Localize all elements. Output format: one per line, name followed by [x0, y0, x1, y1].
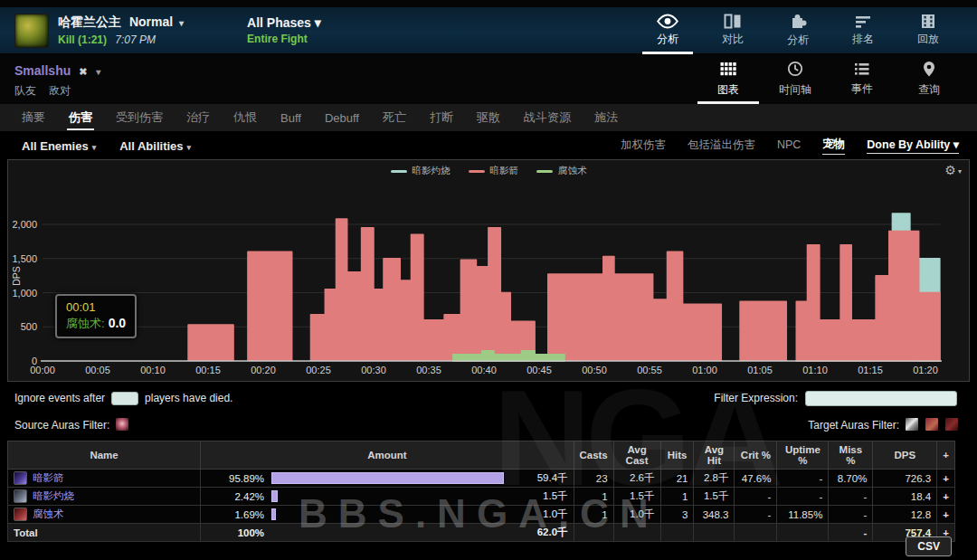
svg-text:1,500: 1,500	[12, 253, 37, 264]
col-header-name[interactable]: Name	[8, 441, 201, 470]
gear-icon: ⚙	[944, 163, 956, 177]
view-item-时间轴[interactable]: 时间轴	[762, 54, 829, 104]
view-item-事件[interactable]: 事件	[829, 54, 896, 104]
chart-settings-button[interactable]: ⚙ ▾	[944, 163, 962, 177]
spell-shadowburn-icon	[14, 489, 27, 503]
svg-text:00:25: 00:25	[306, 365, 331, 375]
svg-text:01:10: 01:10	[802, 365, 828, 375]
tab-打断[interactable]: 打断	[430, 104, 453, 131]
aura-icon-wand[interactable]	[905, 417, 919, 432]
cell-miss-pct: 8.70%	[829, 470, 873, 488]
boss-selector[interactable]: 哈霍兰公主 Normal ▾	[58, 14, 184, 31]
tab-战斗资源[interactable]: 战斗资源	[524, 104, 571, 131]
close-icon[interactable]: ✖	[79, 66, 87, 77]
phase-selector[interactable]: All Phases ▾	[247, 15, 321, 30]
top-nav-item-回放[interactable]: 回放	[896, 7, 961, 54]
col-header-hits[interactable]: Hits	[660, 441, 694, 470]
expand-row-button[interactable]: +	[937, 506, 955, 524]
spell-name-link[interactable]: 腐蚀术	[33, 508, 64, 521]
filter-toggle-NPC[interactable]: NPC	[777, 138, 801, 153]
player-link-敌对[interactable]: 敌对	[49, 83, 71, 99]
cell-uptime-pct: 11.85%	[777, 506, 829, 524]
view-item-查询[interactable]: 查询	[896, 54, 963, 104]
cell-uptime-pct	[777, 524, 829, 542]
col-header-amount[interactable]: Amount	[201, 441, 574, 470]
filter-toggle-宠物[interactable]: 宠物	[822, 137, 845, 155]
filter-expression-label: Filter Expression:	[714, 392, 798, 404]
col-header-avg-hit[interactable]: Avg Hit	[694, 441, 735, 470]
tab-驱散[interactable]: 驱散	[477, 104, 500, 131]
player-link-队友[interactable]: 队友	[14, 83, 36, 99]
amount-bar	[271, 508, 514, 520]
player-links: 队友敌对	[14, 83, 71, 99]
tab-伤害[interactable]: 伤害	[69, 104, 92, 131]
dropdown-all-abilities[interactable]: All Abilities▾	[119, 139, 191, 153]
amount-percent: 100%	[206, 527, 264, 538]
boss-portrait-icon[interactable]	[14, 14, 49, 48]
filter-toggle-Done By Ability ▾[interactable]: Done By Ability ▾	[867, 138, 959, 154]
view-nav: 图表时间轴事件查询	[695, 54, 963, 104]
legend-item-腐蚀术[interactable]: 腐蚀术	[536, 165, 587, 177]
chart-controls-row: Ignore events after players have died. F…	[0, 389, 977, 407]
filter-expression-input[interactable]	[805, 391, 957, 406]
filter-toggle-加权伤害[interactable]: 加权伤害	[621, 138, 666, 155]
legend-label: 暗影箭	[490, 165, 519, 177]
svg-text:01:00: 01:00	[692, 365, 717, 375]
tooltip-value: 0.0	[109, 316, 126, 330]
amount-bar	[271, 472, 514, 484]
ignore-deaths-input[interactable]	[111, 392, 138, 405]
tab-摘要[interactable]: 摘要	[22, 104, 45, 131]
aura-icon-pink-burst[interactable]	[115, 417, 129, 432]
cell-hits: 21	[660, 470, 694, 488]
top-nav-item-分析[interactable]: 分析	[635, 7, 700, 54]
svg-text:DPS: DPS	[11, 266, 22, 286]
svg-text:500: 500	[21, 321, 37, 332]
dropdown-all-enemies[interactable]: All Enemies▾	[22, 139, 96, 153]
report-header: 哈霍兰公主 Normal ▾ Kill (1:21) 7:07 PM All P…	[0, 7, 977, 54]
col-header-expand[interactable]: +	[937, 441, 955, 470]
tab-施法[interactable]: 施法	[594, 104, 618, 131]
amount-value: 1.0千	[523, 508, 568, 521]
expand-row-button[interactable]: +	[937, 488, 955, 506]
svg-text:00:10: 00:10	[140, 365, 166, 375]
col-header-casts[interactable]: Casts	[574, 441, 613, 470]
tab-受到伤害[interactable]: 受到伤害	[116, 104, 163, 131]
expand-row-button[interactable]: +	[937, 470, 955, 488]
cell-hits: 3	[660, 506, 694, 524]
col-header-avg-cast[interactable]: Avg Cast	[613, 441, 660, 470]
table-row: 暗影灼烧2.42%1.5千11.5千11.5千---18.4+	[8, 488, 955, 506]
tab-Debuff[interactable]: Debuff	[325, 106, 359, 130]
tab-Buff[interactable]: Buff	[280, 106, 301, 130]
player-name[interactable]: Smallshu	[14, 63, 71, 78]
top-nav-item-对比[interactable]: 对比	[700, 7, 765, 54]
cell-miss-pct: -	[829, 524, 873, 542]
spell-name-link[interactable]: 暗影灼烧	[33, 489, 74, 503]
compare-icon	[724, 14, 742, 29]
view-item-图表[interactable]: 图表	[695, 54, 762, 104]
aura-icon-red[interactable]	[925, 417, 939, 432]
col-header-miss-%[interactable]: Miss %	[829, 441, 873, 470]
col-header-uptime-%[interactable]: Uptime %	[777, 441, 829, 470]
aura-icon-darkred[interactable]	[944, 417, 959, 432]
tab-仇恨[interactable]: 仇恨	[233, 104, 257, 131]
legend-item-暗影灼烧[interactable]: 暗影灼烧	[391, 165, 451, 177]
tab-死亡[interactable]: 死亡	[383, 104, 406, 131]
view-item-label: 查询	[918, 82, 940, 98]
cell-avg-cast: 1.5千	[613, 488, 660, 506]
legend-item-暗影箭[interactable]: 暗影箭	[469, 165, 519, 177]
phase-label: All Phases	[247, 15, 311, 30]
tab-治疗[interactable]: 治疗	[186, 104, 210, 131]
top-nav-item-分析[interactable]: 分析	[765, 7, 830, 54]
csv-export-button[interactable]: CSV	[906, 536, 952, 556]
cell-dps: 12.8	[873, 506, 937, 524]
dps-chart-panel[interactable]: 暗影灼烧暗影箭腐蚀术 ⚙ ▾ 2,0001,5001,000500000:000…	[7, 159, 970, 382]
chevron-down-icon[interactable]: ▾	[96, 67, 100, 77]
spell-name-link[interactable]: 暗影箭	[33, 471, 64, 485]
dps-area-chart[interactable]: 2,0001,5001,000500000:0000:0500:1000:150…	[8, 160, 969, 381]
player-bar: Smallshu ✖ ▾ 队友敌对 图表时间轴事件查询	[0, 54, 977, 104]
col-header-crit-%[interactable]: Crit %	[735, 441, 777, 470]
top-nav-item-排名[interactable]: 排名	[830, 7, 896, 54]
filter-toggle-包括溢出伤害[interactable]: 包括溢出伤害	[688, 138, 755, 155]
col-header-dps[interactable]: DPS	[873, 441, 937, 470]
amount-percent: 95.89%	[206, 473, 264, 484]
